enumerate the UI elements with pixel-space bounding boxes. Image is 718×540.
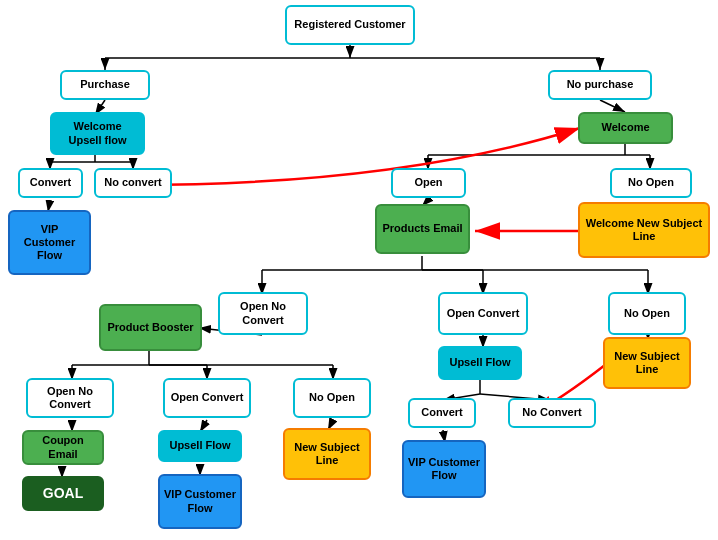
no-convert-node: No convert xyxy=(94,168,172,198)
no-purchase-node: No purchase xyxy=(548,70,652,100)
welcome-node: Welcome xyxy=(578,112,673,144)
convert-bot-node: Convert xyxy=(408,398,476,428)
new-subject2-node: New Subject Line xyxy=(283,428,371,480)
no-open2-node: No Open xyxy=(293,378,371,418)
open-no-convert2-node: Open No Convert xyxy=(26,378,114,418)
no-open-right-node: No Open xyxy=(610,168,692,198)
registered-customer-node: Registered Customer xyxy=(285,5,415,45)
purchase-node: Purchase xyxy=(60,70,150,100)
open-convert-mid-node: Open Convert xyxy=(438,292,528,335)
open-convert2-node: Open Convert xyxy=(163,378,251,418)
flow-diagram: Registered Customer Purchase No purchase… xyxy=(0,0,718,540)
welcome-new-subject-node: Welcome New Subject Line xyxy=(578,202,710,258)
vip-top-node: VIP Customer Flow xyxy=(8,210,91,275)
new-subject-mid-node: New Subject Line xyxy=(603,337,691,389)
vip-bot2-node: VIP Customer Flow xyxy=(402,440,486,498)
products-email-node: Products Email xyxy=(375,204,470,254)
open-node: Open xyxy=(391,168,466,198)
open-no-convert-node: Open No Convert xyxy=(218,292,308,335)
upsell-mid-node: Upsell Flow xyxy=(438,346,522,380)
product-booster-node: Product Booster xyxy=(99,304,202,351)
upsell-flow2-node: Upsell Flow xyxy=(158,430,242,462)
convert-node: Convert xyxy=(18,168,83,198)
welcome-upsell-node: Welcome Upsell flow xyxy=(50,112,145,155)
no-open-mid-node: No Open xyxy=(608,292,686,335)
svg-line-8 xyxy=(600,100,625,112)
no-convert-bot-node: No Convert xyxy=(508,398,596,428)
vip-bot-node: VIP Customer Flow xyxy=(158,474,242,529)
goal-node: GOAL xyxy=(22,476,104,511)
coupon-email-node: Coupon Email xyxy=(22,430,104,465)
